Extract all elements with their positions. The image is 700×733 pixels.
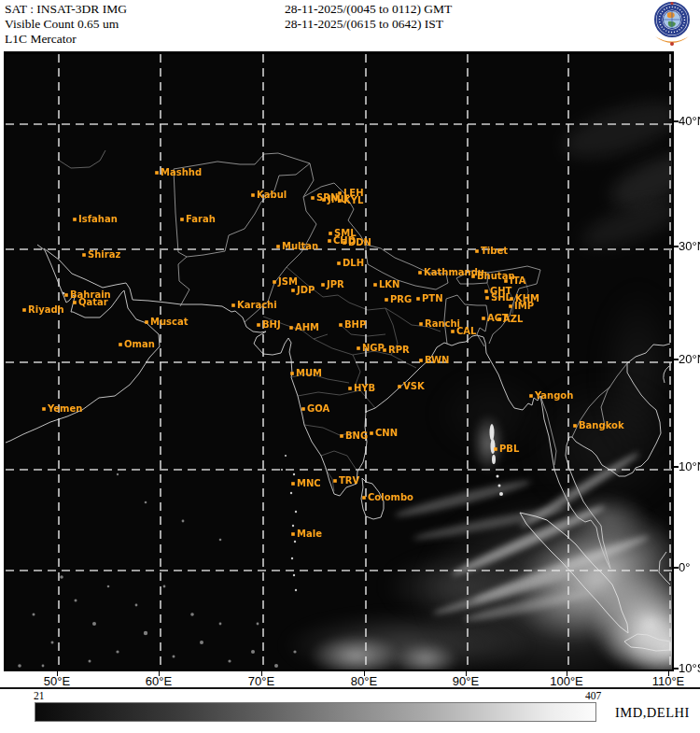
- city-name: DLH: [343, 258, 364, 268]
- grayscale-colorbar: [35, 702, 596, 722]
- lon-axis-label: 80°E: [351, 674, 377, 688]
- city-name: CAL: [456, 326, 477, 336]
- city-marker: [419, 359, 423, 362]
- city-marker: [180, 218, 184, 221]
- city-label: Qatar: [73, 297, 108, 307]
- city-marker: [484, 289, 488, 293]
- city-label: BHP: [339, 319, 366, 330]
- imd-logo: [650, 1, 694, 48]
- city-label: Kabul: [251, 190, 287, 200]
- city-marker: [370, 431, 373, 435]
- city-name: Mashhd: [161, 167, 202, 177]
- city-label: Oman: [119, 339, 155, 349]
- city-label: VSK: [398, 381, 426, 391]
- city-marker: [338, 191, 342, 195]
- city-name: CNN: [375, 428, 398, 438]
- city-name: IMP: [514, 301, 534, 311]
- city-marker: [145, 320, 148, 324]
- city-marker: [509, 304, 512, 308]
- city-marker: [329, 232, 332, 235]
- city-name: Kabul: [257, 190, 287, 200]
- city-label: PBL: [494, 444, 520, 454]
- city-name: Ranchi: [425, 318, 460, 329]
- insat-satellite-page: SAT : INSAT-3DR IMG Visible Count 0.65 u…: [0, 0, 700, 733]
- city-name: Bangkok: [579, 420, 624, 430]
- lat-axis-tick: [674, 246, 679, 247]
- city-name: Muscat: [150, 317, 189, 327]
- time-ist: 28-11-2025/(0615 to 0642) IST: [285, 17, 452, 32]
- lat-axis-label: 30°N: [679, 239, 700, 253]
- city-marker: [276, 245, 280, 248]
- city-label: RPR: [383, 345, 410, 355]
- lon-axis-label: 50°E: [44, 674, 70, 688]
- credit-label: IMD,DELHI: [615, 705, 690, 721]
- city-marker: [291, 289, 295, 292]
- city-name: Colombo: [368, 492, 413, 502]
- lat-axis-tick: [674, 466, 679, 468]
- city-marker: [333, 479, 337, 483]
- city-label: HYB: [348, 383, 375, 393]
- city-marker: [510, 297, 513, 301]
- city-marker: [22, 308, 26, 312]
- city-name: Male: [297, 529, 322, 539]
- header-product-info: SAT : INSAT-3DR IMG Visible Count 0.65 u…: [5, 2, 127, 47]
- channel-name: Visible Count 0.65 um: [5, 17, 127, 32]
- cloud-speckles: [18, 473, 296, 668]
- city-name: PTN: [422, 293, 443, 303]
- city-name: KYL: [343, 195, 364, 205]
- city-marker: [504, 279, 508, 283]
- city-name: Qatar: [78, 297, 108, 307]
- city-label: Tibet: [475, 246, 508, 256]
- city-name: TRV: [339, 475, 360, 486]
- city-marker: [73, 218, 77, 221]
- city-name: RPR: [388, 345, 410, 355]
- city-marker: [485, 296, 489, 300]
- city-name: NGP: [362, 343, 385, 353]
- city-marker: [273, 280, 276, 284]
- city-name: Yangon: [534, 390, 573, 401]
- city-name: BNG: [345, 430, 368, 441]
- city-marker: [362, 496, 366, 500]
- city-name: Isfahan: [78, 214, 118, 224]
- city-marker: [348, 387, 352, 390]
- lon-axis-tick: [668, 671, 670, 676]
- lat-axis-label: 0°: [679, 560, 690, 574]
- city-label: Riyadh: [22, 304, 63, 315]
- city-marker: [337, 261, 341, 265]
- city-name: Riyadh: [28, 304, 64, 315]
- city-marker: [471, 275, 475, 278]
- city-marker: [340, 434, 343, 438]
- city-marker: [301, 407, 305, 411]
- city-label: Karachi: [231, 300, 276, 310]
- city-label: JPR: [321, 279, 344, 289]
- city-label: Mashhd: [155, 167, 202, 177]
- city-marker: [82, 253, 86, 257]
- city-name: Kathmandu: [424, 267, 484, 277]
- lon-axis-tick: [261, 671, 263, 676]
- lon-axis-label: 90°E: [453, 674, 479, 688]
- city-marker: [338, 199, 342, 203]
- lon-axis-tick: [159, 671, 161, 676]
- city-name: BWN: [425, 355, 449, 365]
- header-timestamps: 28-11-2025/(0045 to 0112) GMT 28-11-2025…: [285, 2, 452, 32]
- satellite-name: SAT : INSAT-3DR IMG: [5, 2, 127, 17]
- city-name: MUM: [296, 368, 322, 378]
- andaman-islands: [490, 424, 504, 496]
- city-name: DDN: [348, 237, 371, 247]
- lat-axis-label: 40°N: [679, 114, 700, 128]
- city-label: BNG: [340, 430, 368, 441]
- city-marker: [418, 271, 422, 275]
- separator-line: [0, 687, 700, 689]
- lat-axis-label: 10°S: [679, 661, 700, 675]
- city-name: Oman: [124, 339, 155, 349]
- city-marker: [231, 303, 235, 307]
- city-name: BHP: [344, 319, 366, 330]
- islands: [281, 424, 503, 591]
- city-marker: [73, 301, 77, 304]
- city-marker: [328, 239, 331, 243]
- city-name: JDP: [296, 285, 315, 295]
- city-marker: [383, 348, 386, 352]
- lat-axis-tick: [674, 567, 679, 569]
- city-label: Colombo: [362, 492, 413, 502]
- city-label: DLH: [337, 258, 364, 268]
